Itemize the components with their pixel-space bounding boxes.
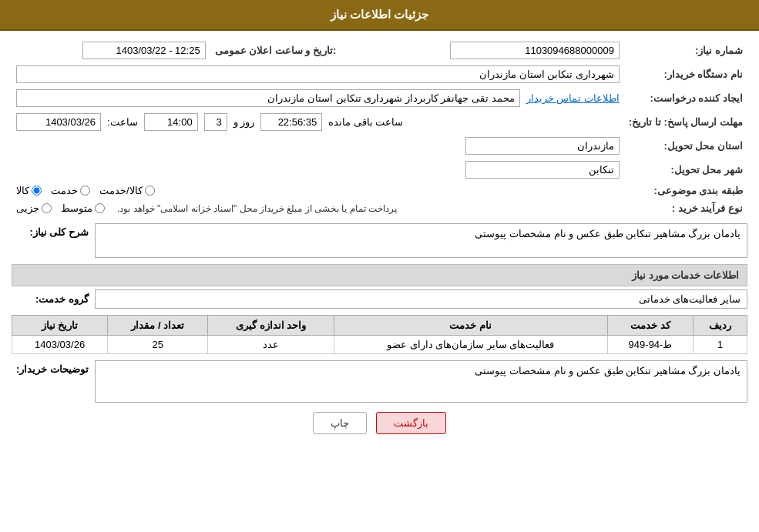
farband-label: نوع فرآیند خرید : xyxy=(624,199,747,217)
shomara-label: شماره نیاز: xyxy=(624,38,747,62)
remaining-label: ساعت باقی مانده xyxy=(328,116,403,128)
tozihat-label: توضیحات خریدار: xyxy=(12,360,89,375)
khadamat-table: ردیف کد خدمت نام خدمت واحد اندازه گیری ت… xyxy=(12,315,747,354)
shahr-label: شهر محل تحویل: xyxy=(624,158,747,182)
ostan-value: مازندران xyxy=(12,134,624,158)
ijad-input: محمد تقی جهانفر کاربرداز شهرداری تنکابن … xyxy=(16,89,520,107)
page-title: جزئیات اطلاعات نیاز xyxy=(331,8,428,21)
table-header-row: ردیف کد خدمت نام خدمت واحد اندازه گیری ت… xyxy=(12,316,747,336)
farband-motevaset: متوسط xyxy=(61,202,105,214)
gorooh-value: سایر فعالیت‌های خدماتی xyxy=(95,289,747,309)
cell-name: فعالیت‌های سایر سازمان‌های دارای عضو xyxy=(334,336,607,354)
shomara-input: 1103094688000009 xyxy=(450,42,620,59)
row-ijad: ایجاد کننده درخواست: محمد تقی جهانفر کار… xyxy=(12,86,747,110)
ijad-label: ایجاد کننده درخواست: xyxy=(624,86,747,110)
ijad-value: محمد تقی جهانفر کاربرداز شهرداری تنکابن … xyxy=(12,86,624,110)
tarikh-aalan-input: 1403/03/22 - 12:25 xyxy=(82,42,206,59)
roz-input: 3 xyxy=(204,113,227,131)
dastgah-label: نام دستگاه خریدار: xyxy=(624,62,747,86)
row-shahr: شهر محل تحویل: تنکابن xyxy=(12,158,747,182)
shomara-value: 1103094688000009 xyxy=(356,38,623,62)
tabaghe-options: کالا خدمت کالا/خدمت xyxy=(12,182,624,199)
remaining-input: 22:56:35 xyxy=(260,113,322,131)
radio-jazyi[interactable] xyxy=(42,203,52,213)
gorooh-label: گروه خدمت: xyxy=(12,293,89,305)
date-input: 1403/03/26 xyxy=(16,113,101,131)
cell-tarikh: 1403/03/26 xyxy=(12,336,108,354)
col-kod: کد خدمت xyxy=(607,316,694,336)
row-farband: نوع فرآیند خرید : جزیی متوسط xyxy=(12,199,747,217)
radio-khedmat[interactable] xyxy=(80,186,90,196)
print-button[interactable]: چاپ xyxy=(313,412,367,434)
radio-motevaset[interactable] xyxy=(95,203,105,213)
ostan-label: استان محل تحویل: xyxy=(624,134,747,158)
cell-radif: 1 xyxy=(694,336,747,354)
radio-kala-khedmat[interactable] xyxy=(145,186,155,196)
saat-input: 14:00 xyxy=(144,113,198,131)
table-row: 1ط-94-949فعالیت‌های سایر سازمان‌های دارا… xyxy=(12,336,747,354)
cell-tedad: 25 xyxy=(108,336,208,354)
sharh-label: شرح کلی نیاز: xyxy=(12,223,89,238)
dastgah-value: شهرداری تنکابن استان مازندران xyxy=(12,62,624,86)
roz-label: روز و xyxy=(233,116,255,128)
tarikh-aalan-label: تاریخ و ساعت اعلان عمومی: xyxy=(210,38,341,62)
tabaghe-kala-khedmat: کالا/خدمت xyxy=(99,185,155,196)
sharh-value: یادمان بزرگ مشاهیر تنکابن طبق عکس و نام … xyxy=(95,223,747,258)
shahr-input: تنکابن xyxy=(465,161,620,179)
dastgah-input: شهرداری تنکابن استان مازندران xyxy=(16,65,620,83)
radio-kala[interactable] xyxy=(32,186,42,196)
content-area: شماره نیاز: 1103094688000009 تاریخ و ساع… xyxy=(0,31,759,453)
row-tabaghe: طبقه بندی موضوعی: کالا خدمت کالا/خدمت xyxy=(12,182,747,199)
tozihat-row: توضیحات خریدار: یادمان بزرگ مشاهیر تنکاب… xyxy=(12,360,747,403)
mohlat-value: 1403/03/26 ساعت: 14:00 3 روز و 22:56:35 xyxy=(12,110,624,134)
farband-value: جزیی متوسط پرداخت تمام یا بخشی از مبلغ خ… xyxy=(12,199,624,217)
tabaghe-khedmat: خدمت xyxy=(51,185,90,196)
info-table: شماره نیاز: 1103094688000009 تاریخ و ساع… xyxy=(12,38,747,217)
shahr-value: تنکابن xyxy=(12,158,624,182)
farband-jazyi: جزیی xyxy=(16,202,52,214)
tabaghe-label: طبقه بندی موضوعی: xyxy=(624,182,747,199)
sharh-row: شرح کلی نیاز: یادمان بزرگ مشاهیر تنکابن … xyxy=(12,223,747,258)
row-shomara: شماره نیاز: 1103094688000009 تاریخ و ساع… xyxy=(12,38,747,62)
col-tedad: تعداد / مقدار xyxy=(108,316,208,336)
ostan-input: مازندران xyxy=(465,137,620,155)
farband-note: پرداخت تمام یا بخشی از مبلغ خریداز محل "… xyxy=(117,203,397,214)
cell-kod: ط-94-949 xyxy=(607,336,694,354)
col-name: نام خدمت xyxy=(334,316,607,336)
cell-vahed: عدد xyxy=(208,336,334,354)
col-radif: ردیف xyxy=(694,316,747,336)
col-tarikh: تاریخ نیاز xyxy=(12,316,108,336)
tarikh-aalan-value: 1403/03/22 - 12:25 xyxy=(12,38,210,62)
khadamat-header: اطلاعات خدمات مورد نیاز xyxy=(12,264,747,286)
back-button[interactable]: بازگشت xyxy=(376,412,446,434)
col-vahed: واحد اندازه گیری xyxy=(208,316,334,336)
tabaghe-kala: کالا xyxy=(16,185,42,196)
row-ostan: استان محل تحویل: مازندران xyxy=(12,134,747,158)
page-header: جزئیات اطلاعات نیاز xyxy=(0,0,759,31)
mohlat-label: مهلت ارسال پاسخ: تا تاریخ: xyxy=(624,110,747,134)
saat-label: ساعت: xyxy=(107,116,138,128)
buttons-row: بازگشت چاپ xyxy=(12,412,747,446)
gorooh-row: گروه خدمت: سایر فعالیت‌های خدماتی xyxy=(12,289,747,309)
row-mohlat: مهلت ارسال پاسخ: تا تاریخ: 1403/03/26 سا… xyxy=(12,110,747,134)
ijad-link[interactable]: اطلاعات تماس خریدار xyxy=(526,92,620,104)
tozihat-value: یادمان بزرگ مشاهیر تنکابن طبق عکس و نام … xyxy=(95,360,747,403)
page-wrapper: جزئیات اطلاعات نیاز شماره نیاز: 11030946… xyxy=(0,0,759,532)
row-dastgah: نام دستگاه خریدار: شهرداری تنکابن استان … xyxy=(12,62,747,86)
